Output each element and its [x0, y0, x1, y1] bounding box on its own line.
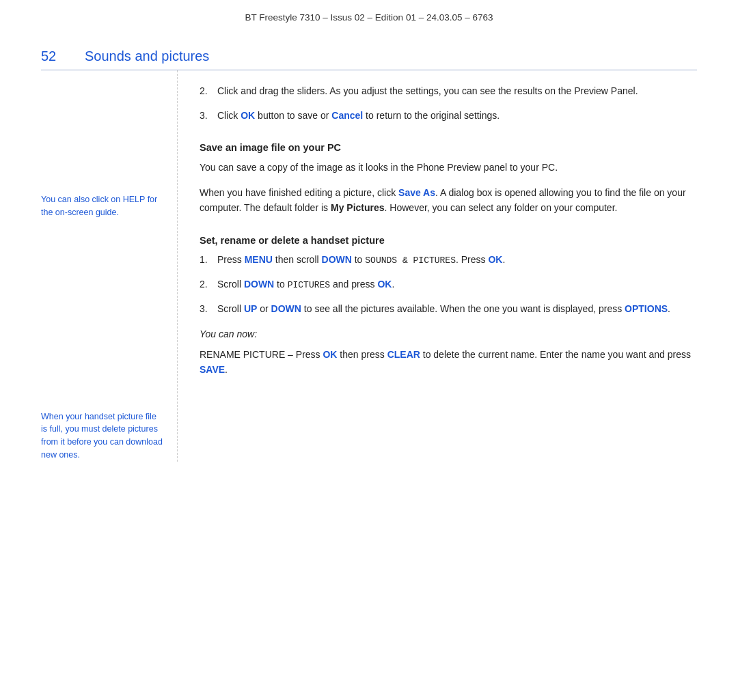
sidebar: You can also click on HELP for the on-sc…: [41, 70, 178, 462]
step-3-top: 3. Click OK button to save or Cancel to …: [200, 109, 697, 124]
section2-step-2: 2. Scroll DOWN to PICTURES and press OK.: [200, 277, 697, 292]
chapter-header: 52 Sounds and pictures: [0, 29, 738, 64]
page-header: BT Freestyle 7310 – Issus 02 – Edition 0…: [0, 0, 738, 29]
rename-picture: RENAME PICTURE – Press OK then press CLE…: [200, 347, 697, 378]
section1-para1: You can save a copy of the image as it l…: [200, 160, 697, 175]
section2-heading: Set, rename or delete a handset picture: [200, 235, 697, 246]
sidebar-note-1: You can also click on HELP for the on-sc…: [41, 193, 163, 219]
section2-step-3: 3. Scroll UP or DOWN to see all the pict…: [200, 302, 697, 317]
you-can-now: You can now:: [200, 326, 697, 341]
section1-para2: When you have finished editing a picture…: [200, 185, 697, 216]
section1-heading: Save an image file on your PC: [200, 142, 697, 153]
page-wrapper: BT Freestyle 7310 – Issus 02 – Edition 0…: [0, 0, 738, 700]
sidebar-note-2: When your handset picture file is full, …: [41, 410, 163, 462]
chapter-number: 52: [41, 48, 68, 64]
main-content: 2. Click and drag the sliders. As you ad…: [178, 70, 697, 462]
step-2-top: 2. Click and drag the sliders. As you ad…: [200, 84, 697, 99]
content-area: You can also click on HELP for the on-sc…: [0, 70, 738, 462]
header-text: BT Freestyle 7310 – Issus 02 – Edition 0…: [245, 12, 493, 23]
section2-step-1: 1. Press MENU then scroll DOWN to SOUNDS…: [200, 253, 697, 268]
chapter-title: Sounds and pictures: [85, 48, 209, 64]
